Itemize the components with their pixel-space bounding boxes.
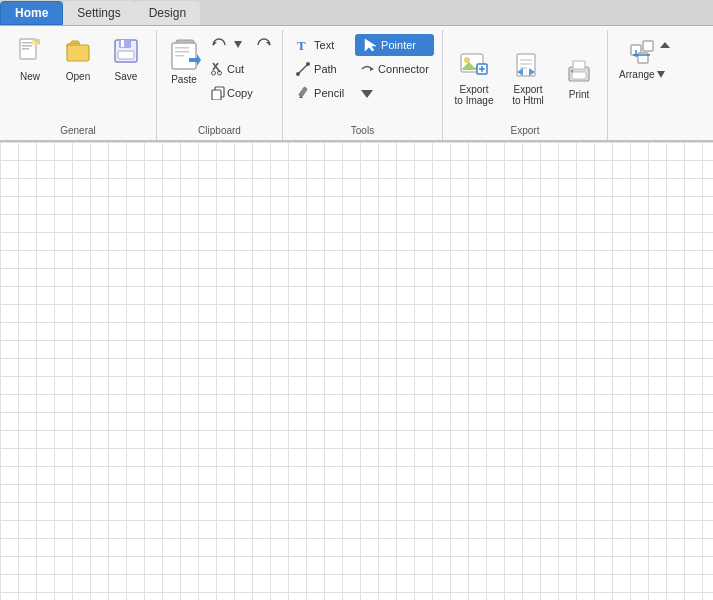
pointer-tool-button[interactable]: Pointer [355, 34, 434, 56]
undo-button[interactable] [207, 34, 231, 56]
export-image-label: Export to Image [455, 84, 494, 106]
svg-marker-31 [365, 39, 376, 51]
svg-rect-14 [175, 51, 189, 53]
new-icon [16, 37, 44, 69]
export-html-button[interactable]: Export to Html [503, 34, 553, 123]
svg-marker-32 [370, 67, 374, 71]
connector-tool-button[interactable]: Connector [355, 58, 434, 80]
open-button[interactable]: Open [56, 34, 100, 85]
svg-rect-48 [573, 61, 585, 69]
svg-point-28 [306, 62, 310, 66]
path-tool-button[interactable]: Path [291, 58, 351, 80]
svg-marker-19 [266, 42, 270, 46]
arrange-group-label [614, 136, 670, 138]
svg-rect-51 [643, 41, 653, 51]
clipboard-right: Cut Copy [207, 34, 276, 123]
arrange-label: Arrange [619, 69, 655, 80]
svg-rect-9 [121, 40, 124, 47]
svg-rect-29 [299, 87, 308, 97]
print-label: Print [569, 89, 590, 100]
cut-button[interactable]: Cut [207, 58, 276, 80]
svg-marker-17 [213, 42, 217, 46]
copy-icon [211, 86, 225, 100]
arrange-dropdown-icon [657, 71, 665, 79]
open-icon [64, 37, 92, 69]
tab-design[interactable]: Design [135, 1, 200, 25]
svg-marker-55 [657, 71, 665, 78]
svg-point-35 [464, 57, 470, 63]
pencil-label: Pencil [314, 87, 344, 99]
tools-inner: T Text Path [291, 34, 434, 123]
tab-settings[interactable]: Settings [63, 1, 134, 25]
group-export: Export to Image Export t [443, 30, 608, 140]
copy-label: Copy [227, 87, 253, 99]
pointer-icon [363, 38, 377, 52]
open-label: Open [66, 71, 90, 82]
svg-rect-13 [175, 47, 189, 49]
group-clipboard: Paste [157, 30, 283, 140]
ribbon-collapse-button[interactable] [658, 38, 672, 54]
new-button[interactable]: New [8, 34, 52, 85]
connector-icon [360, 62, 374, 76]
tools-col-2: Pointer Connector [355, 34, 434, 123]
more-icon [360, 86, 374, 100]
redo-button[interactable] [252, 34, 276, 56]
new-label: New [20, 71, 40, 82]
tools-group-label: Tools [289, 125, 436, 138]
svg-marker-18 [234, 41, 242, 48]
export-group-label: Export [449, 125, 601, 138]
arrange-icon [628, 37, 656, 67]
clipboard-inner: Paste [163, 34, 276, 123]
app-container: Home Settings Design [0, 0, 713, 600]
clipboard-group-label: Clipboard [163, 125, 276, 138]
canvas[interactable] [0, 142, 713, 600]
paste-label: Paste [171, 74, 197, 85]
connector-label: Connector [378, 63, 429, 75]
svg-point-22 [212, 71, 216, 75]
svg-rect-3 [22, 48, 29, 50]
tools-col-1: T Text Path [291, 34, 351, 123]
group-general: New Open [0, 30, 157, 140]
general-group-label: General [8, 125, 148, 138]
undo-dropdown-button[interactable] [232, 34, 246, 56]
svg-point-27 [296, 72, 300, 76]
tab-home[interactable]: Home [0, 1, 63, 25]
general-items: New Open [8, 34, 148, 123]
svg-rect-2 [22, 45, 32, 47]
cut-label: Cut [227, 63, 244, 75]
chevron-up-icon [658, 38, 672, 52]
svg-rect-6 [67, 45, 89, 61]
save-icon [112, 37, 140, 69]
svg-rect-1 [22, 42, 32, 44]
copy-button[interactable]: Copy [207, 82, 276, 104]
tab-bar: Home Settings Design [0, 0, 713, 26]
print-button[interactable]: Print [557, 34, 601, 123]
svg-marker-56 [660, 42, 670, 48]
pencil-tool-button[interactable]: Pencil [291, 82, 351, 104]
text-label: Text [314, 39, 334, 51]
svg-rect-15 [175, 55, 184, 57]
print-icon [565, 57, 593, 87]
save-button[interactable]: Save [104, 34, 148, 85]
save-label: Save [115, 71, 138, 82]
export-html-icon [513, 52, 543, 82]
paste-button[interactable]: Paste [163, 34, 205, 123]
pointer-label: Pointer [381, 39, 416, 51]
path-label: Path [314, 63, 337, 75]
ribbon: New Open [0, 26, 713, 142]
text-icon: T [296, 38, 310, 52]
svg-text:T: T [297, 38, 306, 52]
text-tool-button[interactable]: T Text [291, 34, 351, 56]
tools-more-button[interactable] [355, 82, 434, 104]
svg-rect-25 [212, 90, 221, 100]
export-image-icon [459, 52, 489, 82]
cut-icon [211, 62, 225, 76]
svg-marker-33 [361, 90, 373, 98]
export-html-label: Export to Html [512, 84, 544, 106]
svg-point-49 [571, 70, 574, 73]
export-image-button[interactable]: Export to Image [449, 34, 499, 123]
export-inner: Export to Image Export t [449, 34, 601, 123]
pencil-icon [296, 86, 310, 100]
path-icon [296, 62, 310, 76]
group-tools: T Text Path [283, 30, 443, 140]
